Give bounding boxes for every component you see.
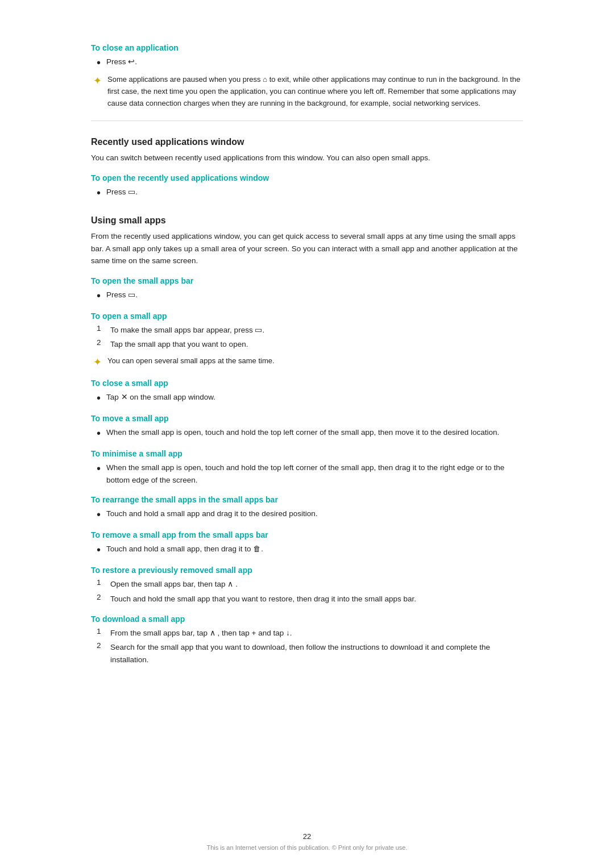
close-application-tip: ✦ Some applications are paused when you …: [93, 74, 523, 109]
using-small-apps-description: From the recently used applications wind…: [91, 230, 523, 267]
open-app-tip-text: You can open several small apps at the s…: [107, 355, 275, 367]
open-bar-heading: To open the small apps bar: [91, 276, 523, 285]
remove-app-bullet-text: Touch and hold a small app, then drag it…: [106, 543, 263, 555]
page-number: 22: [303, 832, 311, 841]
using-small-apps-heading: Using small apps: [91, 215, 523, 226]
minimise-app-bullet: • When the small app is open, touch and …: [97, 462, 523, 486]
move-app-bullet: • When the small app is open, touch and …: [97, 426, 523, 440]
restore-app-step-1: 1 Open the small apps bar, then tap ∧ .: [97, 578, 523, 591]
open-app-step-1: 1 To make the small apps bar appear, pre…: [97, 324, 523, 337]
bullet-dot-3: •: [97, 289, 101, 302]
restore-app-heading: To restore a previously removed small ap…: [91, 566, 523, 575]
rearrange-apps-bullet: • Touch and hold a small app and drag it…: [97, 508, 523, 521]
recently-used-description: You can switch between recently used app…: [91, 152, 523, 164]
move-app-subsection: To move a small app • When the small app…: [91, 414, 523, 440]
bullet-dot-7: •: [97, 508, 101, 521]
remove-app-heading: To remove a small app from the small app…: [91, 530, 523, 539]
download-app-step-2: 2 Search for the small app that you want…: [97, 641, 523, 666]
open-app-step-2: 2 Tap the small app that you want to ope…: [97, 338, 523, 351]
divider-1: [91, 121, 523, 121]
bullet-dot: •: [97, 56, 101, 69]
footer-text: This is an Internet version of this publ…: [207, 844, 408, 851]
bullet-dot-2: •: [97, 186, 101, 200]
close-app-bullet-text: Tap ✕ on the small app window.: [106, 391, 215, 404]
tip-icon: ✦: [93, 74, 102, 88]
open-app-subsection: To open a small app 1 To make the small …: [91, 312, 523, 369]
recently-used-heading: Recently used applications window: [91, 137, 523, 147]
page-footer: 22 This is an Internet version of this p…: [0, 832, 614, 851]
bullet-dot-4: •: [97, 391, 101, 405]
open-recently-used-heading: To open the recently used applications w…: [91, 173, 523, 182]
recently-used-section: Recently used applications window You ca…: [91, 137, 523, 200]
minimise-app-heading: To minimise a small app: [91, 449, 523, 458]
rearrange-apps-heading: To rearrange the small apps in the small…: [91, 495, 523, 504]
open-bar-bullet-text: Press ▭.: [106, 289, 138, 301]
open-bar-subsection: To open the small apps bar • Press ▭.: [91, 276, 523, 302]
tip-icon-2: ✦: [93, 355, 102, 369]
bullet-dot-8: •: [97, 543, 101, 556]
close-application-heading: To close an application: [91, 43, 523, 52]
move-app-heading: To move a small app: [91, 414, 523, 423]
minimise-app-subsection: To minimise a small app • When the small…: [91, 449, 523, 486]
close-app-heading: To close a small app: [91, 379, 523, 388]
bullet-dot-5: •: [97, 426, 101, 440]
remove-app-subsection: To remove a small app from the small app…: [91, 530, 523, 556]
rearrange-apps-bullet-text: Touch and hold a small app and drag it t…: [106, 508, 318, 520]
open-app-tip: ✦ You can open several small apps at the…: [93, 355, 523, 369]
open-recently-used-bullet-text: Press ▭.: [106, 186, 138, 198]
close-application-section: To close an application • Press ↩. ✦ Som…: [91, 43, 523, 109]
download-app-subsection: To download a small app 1 From the small…: [91, 614, 523, 666]
open-recently-used-bullet: • Press ▭.: [97, 186, 523, 200]
restore-app-step-2: 2 Touch and hold the small app that you …: [97, 593, 523, 605]
close-application-tip-text: Some applications are paused when you pr…: [107, 74, 523, 109]
restore-app-subsection: To restore a previously removed small ap…: [91, 566, 523, 605]
close-application-bullet: • Press ↩.: [97, 56, 523, 69]
open-bar-bullet: • Press ▭.: [97, 289, 523, 302]
rearrange-apps-subsection: To rearrange the small apps in the small…: [91, 495, 523, 521]
download-app-heading: To download a small app: [91, 614, 523, 624]
close-app-subsection: To close a small app • Tap ✕ on the smal…: [91, 379, 523, 405]
download-app-step-1: 1 From the small apps bar, tap ∧ , then …: [97, 627, 523, 639]
using-small-apps-section: Using small apps From the recently used …: [91, 215, 523, 666]
close-application-bullet-text: Press ↩.: [106, 56, 137, 68]
open-app-heading: To open a small app: [91, 312, 523, 321]
remove-app-bullet: • Touch and hold a small app, then drag …: [97, 543, 523, 556]
move-app-bullet-text: When the small app is open, touch and ho…: [106, 426, 499, 439]
page: To close an application • Press ↩. ✦ Som…: [0, 0, 614, 868]
bullet-dot-6: •: [97, 462, 101, 475]
close-app-bullet: • Tap ✕ on the small app window.: [97, 391, 523, 405]
minimise-app-bullet-text: When the small app is open, touch and ho…: [106, 462, 523, 486]
